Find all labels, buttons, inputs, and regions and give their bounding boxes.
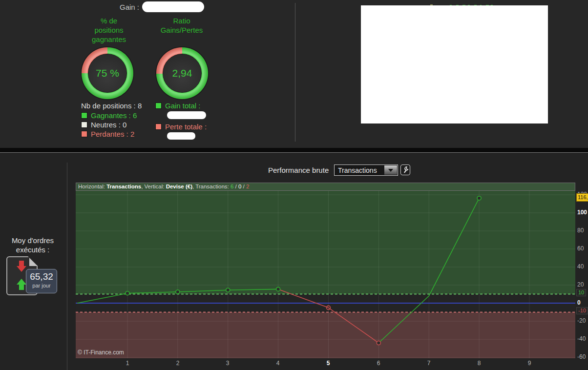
- upper-threshold-badge: 10: [576, 289, 586, 296]
- y-tick-label: 80: [577, 227, 584, 234]
- total-loss-label: Perte totale :: [165, 123, 207, 131]
- winning-positions-value: 75 %: [96, 67, 119, 79]
- chart-info-header: Horizontal: Transactions, Vertical: Devi…: [76, 183, 575, 191]
- gain-loss-ratio-donut-gauge: 2,94: [156, 47, 208, 99]
- winning-positions-gauge-title: % de positions gagnantes: [76, 16, 142, 44]
- bottom-panel-divider: [67, 163, 67, 370]
- y-tick-label: -40: [577, 335, 586, 342]
- y-axis: 120 116, 100 80 60 40 20 10 0 -10 -20 -4…: [576, 183, 588, 370]
- x-tick-label: 2: [176, 360, 180, 367]
- gain-loss-ratio-gauge-title: Ratio Gains/Pertes: [149, 16, 214, 35]
- y-tick-label: 100: [577, 209, 587, 216]
- winning-legend-swatch: [81, 112, 87, 119]
- losing-legend-swatch: [81, 131, 87, 137]
- total-gain-label: Gain total :: [165, 102, 201, 110]
- gain-loss-ratio-value: 2,94: [172, 67, 192, 79]
- redacted-chart-area: [361, 5, 548, 123]
- y-tick-label: -20: [577, 317, 586, 324]
- winning-legend-label: Gagnantes : 6: [91, 111, 137, 120]
- gain-value-redacted: [142, 1, 204, 12]
- x-tick-label: 5: [327, 360, 330, 367]
- avg-orders-value-box: 65,32 par jour: [26, 269, 57, 293]
- total-loss-value-redacted: [167, 132, 195, 140]
- wrench-icon: [402, 166, 409, 174]
- last-value-tag: 116,: [576, 193, 588, 202]
- chart-settings-button[interactable]: [400, 164, 410, 175]
- x-axis: 1 2 3 4 5 6 7 8 9: [76, 360, 575, 370]
- y-tick-label: 40: [577, 263, 584, 270]
- fold-corner-icon: [29, 258, 38, 266]
- total-loss-row: Perte totale :: [155, 123, 207, 131]
- x-tick-label: 9: [528, 360, 531, 367]
- lower-threshold-badge: -10: [576, 307, 588, 314]
- panel-divider-line: [0, 152, 588, 153]
- neutral-legend-label: Neutres : 0: [91, 121, 126, 129]
- y-tick-label: -60: [577, 353, 586, 360]
- panel-divider-band: [0, 148, 588, 152]
- x-tick-label: 4: [276, 360, 280, 367]
- total-gain-row: Gain total :: [155, 102, 201, 110]
- chevron-down-icon: [388, 169, 393, 172]
- total-gain-swatch: [155, 103, 162, 109]
- avg-orders-label: Moy d'ordres exécutés :: [0, 236, 65, 254]
- dropdown-arrow-button[interactable]: [384, 165, 397, 175]
- positions-count-label: Nb de positions : 8: [81, 102, 142, 110]
- losing-legend-label: Perdantes : 2: [91, 130, 134, 138]
- dropdown-selected-value: Transactions: [338, 166, 377, 174]
- watermark: © IT-Finance.com: [78, 349, 124, 356]
- donut-center: 75 %: [88, 54, 127, 93]
- neutral-legend-swatch: [81, 122, 87, 128]
- y-tick-label: 0: [577, 299, 581, 306]
- x-tick-label: 6: [377, 360, 380, 367]
- x-tick-label: 3: [226, 360, 230, 367]
- total-gain-value-redacted: [167, 111, 206, 119]
- chart-mode-dropdown[interactable]: Transactions: [334, 164, 398, 176]
- x-tick-label: 1: [126, 360, 129, 367]
- gain-label: Gain :: [120, 3, 139, 11]
- top-panel-divider: [295, 3, 295, 142]
- losses-count: 2: [246, 184, 249, 189]
- legend-row-losing: Perdantes : 2: [81, 130, 134, 138]
- performance-chart-plot[interactable]: © IT-Finance.com: [76, 191, 575, 358]
- y-tick-label: 20: [577, 281, 584, 288]
- total-loss-swatch: [155, 123, 162, 130]
- trading-stats-screen: Gain : % de positions gagnantes Ratio Ga…: [0, 0, 588, 370]
- performance-brute-label: Performance brute: [268, 166, 329, 174]
- avg-orders-value: 65,32: [26, 271, 57, 282]
- equity-curve-svg: [76, 191, 575, 358]
- avg-orders-unit: par jour: [26, 283, 57, 288]
- legend-row-winning: Gagnantes : 6: [81, 111, 137, 120]
- y-tick-label: 60: [577, 245, 584, 252]
- x-tick-label: 8: [478, 360, 481, 367]
- donut-center: 2,94: [163, 54, 202, 93]
- winning-positions-donut-gauge: 75 %: [82, 47, 133, 99]
- legend-row-neutral: Neutres : 0: [81, 121, 126, 129]
- x-tick-label: 7: [427, 360, 431, 367]
